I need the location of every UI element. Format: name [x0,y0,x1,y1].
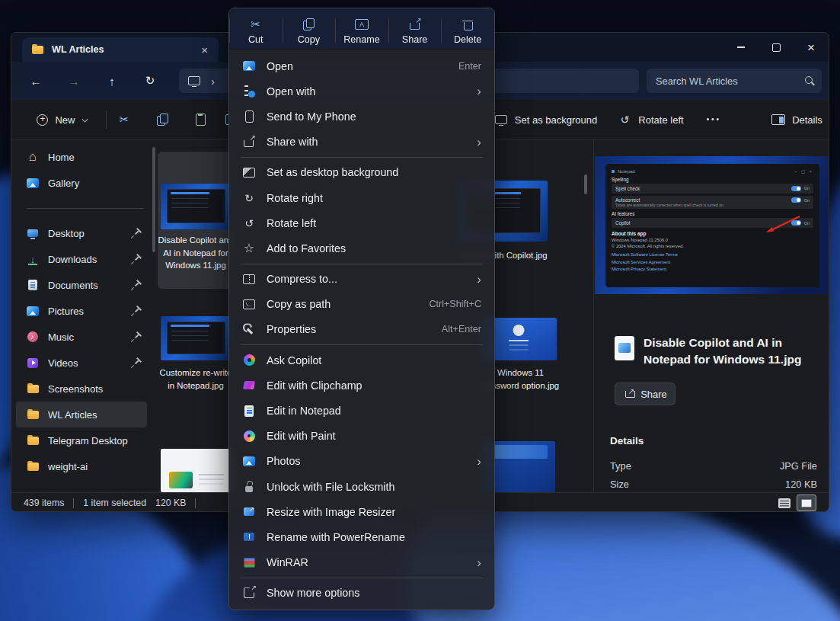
selection-size: 120 KB [155,498,186,508]
context-menu-item[interactable]: Open with › [233,78,490,104]
paste-icon [193,112,208,127]
context-menu-item[interactable]: Send to My Phone › [233,104,490,129]
context-menu-item[interactable]: Rename with PowerRename › [233,524,490,549]
see-more-button[interactable] [699,107,728,133]
context-menu-item[interactable]: Edit with Clipchamp › [233,373,490,398]
context-menu-item[interactable]: Add to Favorites › [233,235,490,261]
forward-button[interactable]: → [62,69,85,92]
submenu-chevron-icon: › [477,455,481,468]
share-button[interactable]: Share [615,383,676,405]
context-menu-item[interactable]: Set as desktop background › [233,160,490,185]
sidebar-item[interactable]: Documents [16,272,147,298]
context-menu-item[interactable]: Open Enter › [233,53,490,78]
copy-icon [301,17,316,32]
thumbnail-view-button[interactable] [797,495,816,511]
context-menu-item: › [233,155,490,160]
context-menu-item[interactable]: Rotate left › [233,210,490,235]
file-tile[interactable] [158,449,234,492]
sidebar-item[interactable]: Screenshots [16,376,147,402]
context-menu-item[interactable]: Resize with Image Resizer › [233,499,490,524]
context-toolbar-button[interactable]: Cut [229,12,283,49]
context-toolbar-button[interactable]: Delete [441,12,494,49]
sidebar-scrollbar[interactable] [152,147,155,252]
file-tile[interactable]: Customize re-write in Notepad.jpg [158,315,234,414]
context-menu-items: Open Enter › Open with › Send to My Phon… [229,50,494,610]
submenu-chevron-icon: › [477,136,481,149]
context-menu-item-label: Resize with Image Resizer [267,506,481,518]
back-button[interactable]: ← [24,69,47,92]
tab-close-icon[interactable]: × [198,44,211,56]
pin-icon [130,279,143,292]
pin-icon [130,227,143,240]
context-menu-item[interactable]: Rotate right › [233,185,490,210]
sidebar-item[interactable]: weight-ai [16,453,147,479]
resizer-icon [241,504,257,520]
context-menu-item[interactable]: Unlock with File Locksmith › [233,474,490,499]
sidebar-item-label: Home [48,152,75,163]
sidebar-item-label: Documents [48,280,98,291]
sidebar-item[interactable]: Pictures [16,298,147,324]
details-pane-icon [771,112,786,127]
set-as-background-label: Set as background [515,114,597,126]
context-menu-item-label: Share with [267,136,471,148]
copy-button[interactable] [149,107,176,133]
sidebar-item[interactable]: Desktop [16,220,147,246]
context-menu-item[interactable]: Edit with Paint › [233,424,490,449]
sidebar-item-label: Gallery [48,178,79,189]
cut-icon [248,17,263,32]
pin-icon [130,253,143,266]
sidebar-item-label: Desktop [48,228,85,239]
context-menu-item[interactable]: Copy as path Ctrl+Shift+C › [233,292,490,317]
up-button[interactable]: ↑ [101,69,123,92]
sidebar-item[interactable]: Home [16,144,147,170]
minimize-button[interactable] [723,33,759,62]
context-toolbar-button[interactable]: Rename [335,12,388,49]
paste-button[interactable] [187,107,214,133]
maximize-button[interactable] [759,33,794,62]
search-icon[interactable] [803,75,816,87]
cut-button[interactable] [110,107,138,133]
preview-image[interactable]: Notepad – ▢ × Spelling Spell check On [595,156,829,294]
folder-icon [25,433,40,448]
details-view-icon[interactable] [778,498,790,508]
sidebar-item[interactable]: Telegram Desktop [16,427,147,453]
set-as-background-button[interactable]: Set as background [488,107,602,133]
toolbar-button-label: Rename [343,34,380,45]
shortcut-hint: Enter [458,61,481,72]
context-menu-item[interactable]: Ask Copilot › [233,347,490,373]
rotate-left-button[interactable]: Rotate left [610,107,691,133]
sidebar-item[interactable]: WL Articles [16,402,147,427]
search-input[interactable] [647,69,822,93]
sidebar-item[interactable]: Music [16,324,147,350]
context-menu-item[interactable]: WinRAR › [233,550,490,575]
phone-icon [241,109,257,124]
explorer-tab[interactable]: WL Articles × [22,37,219,62]
chevron-down-icon [81,117,88,123]
location-monitor-icon [187,73,202,88]
notepad-icon [241,403,257,418]
details-button[interactable]: Details [764,107,829,133]
context-menu-item[interactable]: Show more options › [233,581,490,606]
open-photo-icon [241,59,257,74]
plus-icon [36,114,49,126]
context-menu-item-label: Edit in Notepad [267,405,481,417]
refresh-button[interactable]: ↻ [139,69,161,92]
breadcrumb-chevron-icon[interactable]: › [211,75,215,88]
context-toolbar-button[interactable]: Share [388,12,442,49]
context-toolbar-button[interactable]: Copy [283,12,336,49]
new-button[interactable]: New [24,107,100,133]
context-menu-item[interactable]: Edit in Notepad › [233,398,490,423]
see-more-icon [707,118,720,121]
sidebar-item[interactable]: Videos [16,350,147,376]
context-menu-item[interactable]: Photos › [233,449,490,474]
context-menu: Cut Copy Rename Share [228,8,495,610]
sidebar-item[interactable]: Gallery [16,170,147,196]
file-tile[interactable]: Disable Copilot and AI in Notepad for Wi… [158,152,234,289]
file-grid-scrollbar[interactable] [584,174,587,194]
context-menu-item[interactable]: Properties Alt+Enter › [233,317,490,342]
close-button[interactable] [794,33,829,62]
context-menu-item[interactable]: Compress to... › [233,267,490,292]
preview-toggle-row: Spell check On [612,184,813,194]
context-menu-item[interactable]: Share with › [233,130,490,155]
sidebar-item[interactable]: Downloads [16,246,147,272]
